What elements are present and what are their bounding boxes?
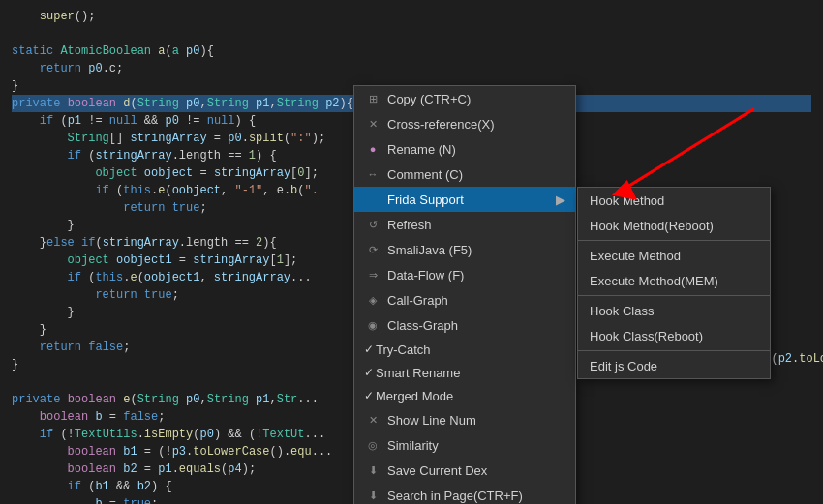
- submenu-divider-1: [578, 240, 770, 241]
- submenu-label-hook-class-reboot: Hook Class(Reboot): [590, 329, 703, 343]
- refresh-icon: ↺: [364, 216, 381, 233]
- copy-icon: ⊞: [364, 90, 381, 107]
- rename-icon: ●: [364, 140, 381, 158]
- menu-label-comment: Comment (C): [387, 167, 565, 182]
- menu-label-call-graph: Call-Graph: [387, 293, 565, 308]
- submenu: Hook Method Hook Method(Reboot) Execute …: [577, 187, 771, 379]
- menu-item-smalijava[interactable]: ⟳ SmaliJava (F5): [354, 237, 575, 262]
- frida-icon: [364, 191, 381, 208]
- submenu-item-execute-method[interactable]: Execute Method: [578, 243, 770, 268]
- search-page-icon: ⬇: [364, 487, 381, 504]
- submenu-item-hook-method-reboot[interactable]: Hook Method(Reboot): [578, 213, 770, 238]
- data-flow-icon: ⇒: [364, 266, 381, 283]
- menu-label-show-line-num: Show Line Num: [387, 413, 565, 428]
- menu-item-smart-rename[interactable]: ✓ Smart Rename: [354, 361, 575, 384]
- menu-item-call-graph[interactable]: ◈ Call-Graph: [354, 287, 575, 312]
- menu-label-refresh: Refresh: [387, 218, 565, 232]
- menu-item-try-catch[interactable]: ✓ Try-Catch: [354, 338, 575, 361]
- submenu-item-execute-method-mem[interactable]: Execute Method(MEM): [578, 268, 770, 293]
- smalijava-icon: ⟳: [364, 241, 381, 258]
- submenu-divider-2: [578, 295, 770, 296]
- menu-label-smart-rename: Smart Rename: [376, 366, 565, 380]
- menu-label-frida-support: Frida Support: [387, 193, 556, 207]
- merged-mode-check-icon: ✓: [364, 389, 374, 402]
- menu-item-copy[interactable]: ⊞ Copy (CTR+C): [354, 86, 575, 111]
- menu-label-merged-mode: Merged Mode: [376, 389, 565, 403]
- submenu-label-hook-method-reboot: Hook Method(Reboot): [590, 219, 714, 233]
- menu-label-class-graph: Class-Graph: [387, 318, 565, 333]
- comment-icon: ↔: [364, 165, 381, 183]
- menu-label-search-page: Search in Page(CTR+F): [387, 489, 565, 503]
- code-line: return p0.c;: [12, 60, 811, 77]
- call-graph-icon: ◈: [364, 291, 381, 309]
- menu-item-search-page[interactable]: ⬇ Search in Page(CTR+F): [354, 483, 575, 504]
- menu-item-show-line-num[interactable]: ✕ Show Line Num: [354, 407, 575, 432]
- submenu-divider-3: [578, 350, 770, 351]
- submenu-label-hook-class: Hook Class: [590, 304, 654, 318]
- menu-item-data-flow[interactable]: ⇒ Data-Flow (F): [354, 262, 575, 287]
- menu-label-similarity: Similarity: [387, 438, 565, 453]
- menu-item-similarity[interactable]: ◎ Similarity: [354, 432, 575, 458]
- menu-item-merged-mode[interactable]: ✓ Merged Mode: [354, 384, 575, 407]
- cross-reference-icon: ✕: [364, 115, 381, 133]
- menu-label-save-dex: Save Current Dex: [387, 463, 565, 478]
- menu-item-rename[interactable]: ● Rename (N): [354, 136, 575, 162]
- save-dex-icon: ⬇: [364, 461, 381, 479]
- menu-label-cross-reference: Cross-reference(X): [387, 117, 565, 132]
- submenu-item-edit-js-code[interactable]: Edit js Code: [578, 353, 770, 378]
- submenu-item-hook-class-reboot[interactable]: Hook Class(Reboot): [578, 323, 770, 348]
- try-catch-check-icon: ✓: [364, 342, 374, 356]
- code-line: [12, 25, 811, 43]
- menu-label-smalijava: SmaliJava (F5): [387, 243, 565, 257]
- menu-item-class-graph[interactable]: ◉ Class-Graph: [354, 312, 575, 338]
- menu-item-cross-reference[interactable]: ✕ Cross-reference(X): [354, 111, 575, 136]
- context-menu: ⊞ Copy (CTR+C) ✕ Cross-reference(X) ● Re…: [353, 85, 576, 504]
- code-line: super();: [12, 8, 811, 25]
- menu-label-data-flow: Data-Flow (F): [387, 268, 565, 282]
- smart-rename-check-icon: ✓: [364, 366, 374, 379]
- similarity-icon: ◎: [364, 436, 381, 454]
- menu-label-rename: Rename (N): [387, 142, 565, 157]
- menu-item-frida-support[interactable]: Frida Support ▶ Hook Method Hook Method(…: [354, 187, 575, 212]
- menu-label-copy: Copy (CTR+C): [387, 92, 565, 106]
- code-line: static AtomicBoolean a(a p0){: [12, 43, 811, 60]
- menu-item-refresh[interactable]: ↺ Refresh: [354, 212, 575, 237]
- submenu-label-execute-method-mem: Execute Method(MEM): [590, 274, 718, 288]
- submenu-label-edit-js-code: Edit js Code: [590, 359, 657, 373]
- submenu-arrow-icon: ▶: [556, 193, 565, 207]
- submenu-item-hook-class[interactable]: Hook Class: [578, 298, 770, 323]
- menu-label-try-catch: Try-Catch: [376, 342, 565, 357]
- submenu-label-hook-method: Hook Method: [590, 193, 664, 208]
- class-graph-icon: ◉: [364, 316, 381, 334]
- submenu-item-hook-method[interactable]: Hook Method: [578, 188, 770, 213]
- menu-item-save-dex[interactable]: ⬇ Save Current Dex: [354, 458, 575, 483]
- submenu-label-execute-method: Execute Method: [590, 249, 681, 263]
- show-line-num-icon: ✕: [364, 411, 381, 429]
- menu-item-comment[interactable]: ↔ Comment (C): [354, 162, 575, 187]
